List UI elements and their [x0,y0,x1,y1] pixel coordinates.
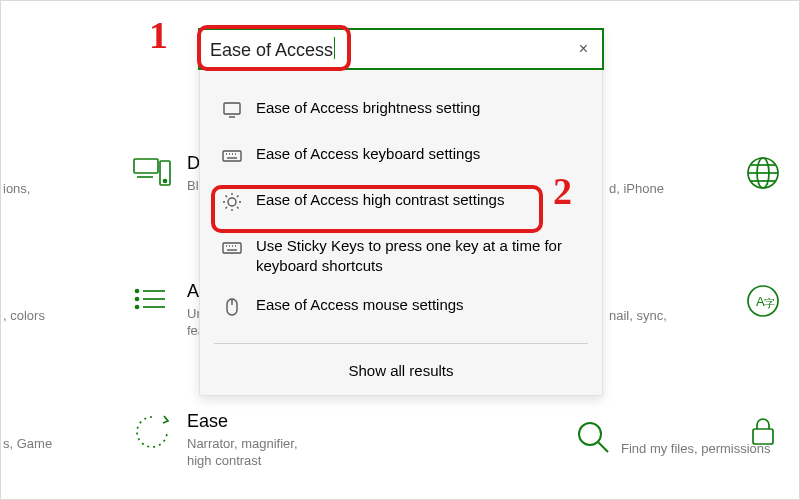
frag-text: d, iPhone [609,181,664,196]
devices-icon [131,153,173,199]
svg-point-10 [136,290,139,293]
search-result-keyboard[interactable]: Ease of Access keyboard settings [214,134,588,180]
monitor-icon [222,100,242,124]
result-label: Ease of Access keyboard settings [256,144,480,164]
search-input[interactable]: Ease of Access [210,37,575,61]
globe-icon [743,153,783,197]
category-ease-of-access[interactable]: Ease Narrator, magnifier, high contrast [131,411,317,470]
language-icon: A 字 [743,281,783,325]
ease-of-access-icon [131,411,173,457]
svg-rect-0 [134,159,158,173]
search-category-icon [573,417,613,461]
frag-text: s, Game [3,436,52,451]
svg-line-40 [226,207,228,209]
search-box[interactable]: Ease of Access × [198,28,604,70]
svg-point-12 [136,306,139,309]
sun-icon [222,192,242,216]
frag-text: ions, [3,181,30,196]
category-subtitle: Narrator, magnifier, high contrast [187,436,317,470]
keyboard-icon [222,238,242,262]
search-result-mouse[interactable]: Ease of Access mouse settings [214,285,588,331]
svg-rect-41 [223,243,241,253]
frag-text: , colors [3,308,45,323]
svg-point-11 [136,298,139,301]
svg-rect-24 [224,103,240,114]
svg-line-38 [237,207,239,209]
search-result-high-contrast[interactable]: Ease of Access high contrast settings [214,180,588,226]
frag-text: nail, sync, [609,308,667,323]
keyboard-icon [222,146,242,170]
apps-icon [131,281,173,327]
svg-line-39 [237,196,239,198]
svg-point-32 [228,198,236,206]
search-result-sticky-keys[interactable]: Use Sticky Keys to press one key at a ti… [214,226,588,285]
svg-rect-26 [223,151,241,161]
show-all-results[interactable]: Show all results [200,350,602,395]
svg-rect-23 [753,429,773,444]
svg-point-3 [164,180,167,183]
search-panel: Ease of Access × Ease of Access brightne… [199,29,603,396]
lock-icon [743,411,783,455]
search-results: Ease of Access brightness setting Ease o… [200,70,602,337]
result-label: Ease of Access mouse settings [256,295,464,315]
clear-search-button[interactable]: × [575,38,592,60]
svg-text:字: 字 [764,297,775,309]
category-title: Ease [187,411,229,432]
svg-line-14 [598,442,608,452]
result-label: Ease of Access high contrast settings [256,190,504,210]
result-label: Use Sticky Keys to press one key at a ti… [256,236,580,275]
results-divider [214,343,588,344]
result-label: Ease of Access brightness setting [256,98,480,118]
search-result-brightness[interactable]: Ease of Access brightness setting [214,88,588,134]
svg-point-13 [579,423,601,445]
text-caret [334,37,335,59]
svg-line-37 [226,196,228,198]
mouse-icon [222,297,242,321]
